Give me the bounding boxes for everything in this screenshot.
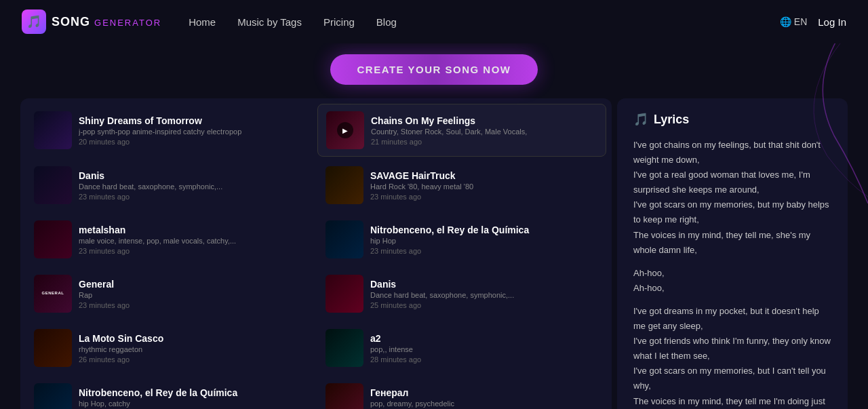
song-title: Генерал: [370, 387, 598, 398]
song-info: General Rap 23 minutes ago: [79, 279, 307, 309]
song-time: 23 minutes ago: [79, 247, 307, 255]
song-time: 21 minutes ago: [371, 138, 597, 146]
login-button[interactable]: Log In: [818, 16, 846, 28]
song-time: 23 minutes ago: [79, 301, 307, 309]
song-time: 25 minutes ago: [370, 301, 598, 309]
song-card-shiny-dreams[interactable]: Shiny Dreams of Tomorrow j-pop synth-pop…: [26, 104, 315, 157]
song-title: Danis: [79, 170, 307, 181]
nav-home[interactable]: Home: [189, 16, 216, 28]
song-info: Chains On My Feelings Country, Stoner Ro…: [371, 115, 597, 146]
song-time: 28 minutes ago: [370, 355, 598, 364]
logo[interactable]: 🎵 SONG GENERATOR: [22, 9, 161, 34]
song-thumb-a2: [326, 329, 363, 367]
navbar: 🎵 SONG GENERATOR Home Music by Tags Pric…: [0, 0, 868, 43]
song-tags: Dance hard beat, saxophone, symphonic,..…: [79, 182, 307, 191]
lang-label: EN: [794, 16, 807, 27]
play-circle: ▶: [337, 122, 353, 138]
lyrics-content: I've got chains on my feelings, but that…: [633, 138, 831, 409]
song-tags: rhythmic reggaeton: [79, 345, 307, 353]
song-tags: Rap: [79, 291, 307, 299]
song-time: 20 minutes ago: [79, 138, 307, 146]
song-title: Shiny Dreams of Tomorrow: [79, 115, 307, 126]
song-info: La Moto Sin Casco rhythmic reggaeton 26 …: [79, 333, 307, 364]
song-tags: j-pop synth-pop anime-inspired catchy el…: [79, 128, 307, 136]
song-info: a2 pop,, intense 28 minutes ago: [370, 333, 598, 364]
song-card-general2[interactable]: Генерал pop, dreamy, psychedelic 30 minu…: [317, 376, 606, 409]
song-info: Shiny Dreams of Tomorrow j-pop synth-pop…: [79, 115, 307, 146]
song-list: Shiny Dreams of Tomorrow j-pop synth-pop…: [20, 98, 612, 409]
song-thumb-metalshan: [34, 220, 72, 258]
song-thumb-savage: [326, 166, 363, 204]
song-thumb-general: GENERAL: [34, 275, 72, 313]
song-title: Nitrobenceno, el Rey de la Química: [370, 225, 598, 235]
song-title: Nitrobenceno, el Rey de la Química: [79, 387, 307, 398]
song-info: Nitrobenceno, el Rey de la Química hip H…: [79, 387, 307, 410]
song-info: metalshan male voice, intense, pop, male…: [79, 225, 307, 255]
song-tags: Country, Stoner Rock, Soul, Dark, Male V…: [371, 128, 597, 136]
song-info: Генерал pop, dreamy, psychedelic 30 minu…: [370, 387, 598, 410]
song-thumb-danis2: [326, 275, 363, 313]
song-tags: pop,, intense: [370, 345, 598, 353]
nav-blog[interactable]: Blog: [376, 16, 397, 28]
song-title: Danis: [370, 279, 598, 290]
song-time: 26 minutes ago: [79, 355, 307, 364]
main-content: Shiny Dreams of Tomorrow j-pop synth-pop…: [7, 85, 861, 409]
music-note-icon: 🎵: [633, 112, 648, 127]
song-title: SAVAGE HairTruck: [370, 170, 598, 181]
song-title: metalshan: [79, 225, 307, 235]
nav-pricing[interactable]: Pricing: [323, 16, 355, 28]
create-song-button[interactable]: CREATE YOUR SONG NOW: [330, 54, 538, 85]
song-thumb-general2: [326, 383, 363, 409]
song-thumb-chains: ▶: [326, 111, 364, 149]
logo-song-text: SONG: [52, 15, 90, 28]
song-card-general[interactable]: GENERAL General Rap 23 minutes ago: [26, 268, 315, 319]
song-info: Danis Dance hard beat, saxophone, sympho…: [370, 279, 598, 309]
play-overlay: ▶: [326, 111, 364, 149]
lyrics-panel: 🎵 Lyrics I've got chains on my feelings,…: [617, 98, 848, 409]
song-card-danis2[interactable]: Danis Dance hard beat, saxophone, sympho…: [317, 268, 606, 319]
song-thumb-nitro1: [326, 220, 363, 258]
song-time: 23 minutes ago: [79, 193, 307, 201]
song-card-nitro1[interactable]: Nitrobenceno, el Rey de la Química hip H…: [317, 214, 606, 265]
general-label: GENERAL: [42, 291, 64, 296]
song-card-danis1[interactable]: Danis Dance hard beat, saxophone, sympho…: [26, 159, 315, 211]
song-tags: Hard Rock '80, heavy metal '80: [370, 182, 598, 191]
song-card-moto[interactable]: La Moto Sin Casco rhythmic reggaeton 26 …: [26, 322, 315, 374]
lyrics-header: 🎵 Lyrics: [633, 112, 831, 127]
language-button[interactable]: 🌐 EN: [780, 16, 807, 27]
song-card-nitro2[interactable]: Nitrobenceno, el Rey de la Química hip H…: [26, 376, 315, 409]
song-time: 23 minutes ago: [370, 247, 598, 255]
logo-gen-text: GENERATOR: [94, 18, 161, 28]
song-tags: pop, dreamy, psychedelic: [370, 400, 598, 408]
song-thumb-danis1: [34, 166, 72, 204]
song-info: Nitrobenceno, el Rey de la Química hip H…: [370, 225, 598, 255]
song-title: a2: [370, 333, 598, 344]
song-title: Chains On My Feelings: [371, 115, 597, 126]
globe-icon: 🌐: [780, 16, 791, 27]
song-info: SAVAGE HairTruck Hard Rock '80, heavy me…: [370, 170, 598, 201]
song-card-metalshan[interactable]: metalshan male voice, intense, pop, male…: [26, 214, 315, 265]
song-info: Danis Dance hard beat, saxophone, sympho…: [79, 170, 307, 201]
nav-right: 🌐 EN Log In: [780, 16, 846, 28]
song-title: General: [79, 279, 307, 290]
lyrics-title: Lyrics: [654, 113, 689, 127]
song-tags: male voice, intense, pop, male vocals, c…: [79, 237, 307, 245]
song-tags: hip Hop: [370, 237, 598, 245]
logo-icon: 🎵: [22, 9, 46, 34]
song-thumb-nitro2: [34, 383, 72, 409]
song-card-chains[interactable]: ▶ Chains On My Feelings Country, Stoner …: [317, 104, 606, 157]
cta-wrapper: CREATE YOUR SONG NOW: [0, 54, 868, 85]
song-tags: hip Hop, catchy: [79, 400, 307, 408]
song-thumb-shiny-dreams: [34, 111, 72, 149]
song-thumb-moto: [34, 329, 72, 367]
song-card-a2[interactable]: a2 pop,, intense 28 minutes ago: [317, 322, 606, 374]
nav-music-by-tags[interactable]: Music by Tags: [237, 16, 302, 28]
song-title: La Moto Sin Casco: [79, 333, 307, 344]
nav-links: Home Music by Tags Pricing Blog: [189, 16, 780, 28]
song-time: 23 minutes ago: [370, 193, 598, 201]
song-card-savage[interactable]: SAVAGE HairTruck Hard Rock '80, heavy me…: [317, 159, 606, 211]
song-tags: Dance hard beat, saxophone, symphonic,..…: [370, 291, 598, 299]
